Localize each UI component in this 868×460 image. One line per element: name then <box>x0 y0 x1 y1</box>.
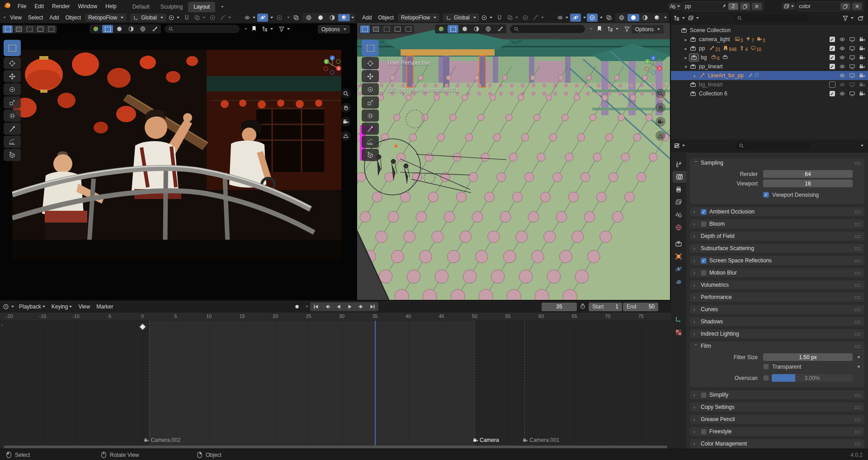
render-samples-field[interactable]: 64 <box>763 170 853 178</box>
viewport-samples-field[interactable]: 16 <box>763 180 853 187</box>
overlays-toggle[interactable] <box>274 14 285 22</box>
new-view-layer-button[interactable] <box>840 3 850 10</box>
shading-wireframe-icon[interactable] <box>616 14 627 21</box>
outliner-row[interactable]: ▸pp21848410✓ <box>671 44 868 53</box>
matcap-ball-icon[interactable] <box>436 25 447 33</box>
bookmark-icon[interactable] <box>251 25 257 33</box>
property-panel-header[interactable]: › Indirect Lighting <box>690 329 864 338</box>
transform-tool[interactable] <box>362 109 379 122</box>
disable-viewport-monitor-icon[interactable] <box>849 45 855 52</box>
collapse-chevron-icon[interactable] <box>590 28 593 30</box>
transform-orientation-dropdown[interactable]: Global <box>130 14 166 22</box>
timeline-menu-item[interactable]: View <box>75 304 93 310</box>
rf-brush-icon[interactable] <box>149 25 160 33</box>
tab-constraints[interactable] <box>671 276 686 288</box>
rotate-tool[interactable] <box>4 83 21 95</box>
tab-output[interactable] <box>671 184 686 195</box>
timeline-menu-item[interactable]: Keying <box>48 304 75 310</box>
perspective-toggle-icon[interactable] <box>341 131 351 141</box>
stopwatch-icon[interactable] <box>580 303 586 311</box>
hide-eye-icon[interactable] <box>839 72 845 79</box>
proportional-editing-toggle[interactable] <box>207 14 218 22</box>
disable-viewport-monitor-icon[interactable] <box>849 90 855 97</box>
panel-drag-dots-icon[interactable] <box>854 394 861 397</box>
jump-to-start-button[interactable] <box>311 303 321 311</box>
camera-view-icon[interactable] <box>656 117 665 127</box>
playhead[interactable]: 35 <box>375 321 376 446</box>
perspective-toggle-icon[interactable] <box>656 131 665 141</box>
tab-object-data[interactable] <box>671 313 686 325</box>
select-extend-mode-icon[interactable] <box>371 25 381 33</box>
rotate-tool[interactable] <box>362 83 379 95</box>
shading-rendered-icon[interactable] <box>338 14 350 21</box>
disable-render-camera-icon[interactable] <box>859 63 865 70</box>
navigation-gizmo[interactable]: Z X Y <box>643 55 663 75</box>
viewport-right-canvas[interactable]: User Perspective (35) bg | one side stre… <box>357 23 670 300</box>
transform-orientation-dropdown[interactable]: Global <box>443 14 479 22</box>
hierarchy-dropdown[interactable] <box>606 25 619 33</box>
scene-icon[interactable] <box>668 3 681 10</box>
active-tool-dropdown[interactable]: RetopoFlow <box>85 14 127 22</box>
panel-checkbox[interactable] <box>701 209 707 215</box>
panel-drag-dots-icon[interactable] <box>854 345 861 348</box>
move-tool[interactable] <box>4 70 21 82</box>
timeline-ruler[interactable]: -20-15-10-505101520253035404550556065707… <box>0 313 671 321</box>
panel-drag-dots-icon[interactable] <box>854 296 861 299</box>
pin-icon[interactable] <box>721 3 726 10</box>
cursor-tool[interactable] <box>362 57 379 69</box>
exclude-checkbox[interactable]: ✓ <box>829 63 835 70</box>
rf-sphere-icon[interactable] <box>114 25 125 33</box>
panel-checkbox[interactable] <box>701 221 707 227</box>
transparent-checkbox[interactable] <box>763 364 769 370</box>
timeline-menu-item[interactable]: Marker <box>93 304 116 310</box>
timeline-marker[interactable]: Camera.002 <box>144 437 180 443</box>
timeline-marker[interactable]: Camera <box>473 437 499 443</box>
tab-scene[interactable] <box>671 209 686 221</box>
panel-drag-dots-icon[interactable] <box>854 430 861 433</box>
proportional-falloff-dropdown[interactable] <box>532 14 545 22</box>
next-keyframe-button[interactable] <box>356 303 367 311</box>
cursor-tool[interactable] <box>4 57 21 69</box>
property-panel-header[interactable]: › Volumetrics <box>690 280 864 289</box>
new-collection-button[interactable] <box>855 14 866 22</box>
disable-render-camera-icon[interactable] <box>859 36 865 43</box>
outliner-row[interactable]: ▾pp_lineart✓ <box>671 62 868 71</box>
measure-tool[interactable] <box>362 136 379 148</box>
measure-tool[interactable] <box>4 136 21 148</box>
rf-brush-icon[interactable] <box>495 25 505 33</box>
animate-dot-icon[interactable] <box>858 365 860 368</box>
animate-dot-icon[interactable] <box>858 356 860 358</box>
tab-object[interactable] <box>671 251 686 262</box>
viewport-left-canvas[interactable]: Options Z X Y <box>0 23 357 300</box>
disable-render-camera-icon[interactable] <box>859 81 865 88</box>
new-scene-button[interactable] <box>740 3 750 10</box>
properties-editor-type-dropdown[interactable] <box>673 142 686 150</box>
tab-view-layer[interactable] <box>671 196 686 208</box>
scene-name-field[interactable]: pp 2 <box>683 1 764 11</box>
outliner-row[interactable]: ▸camera_light373✓ <box>671 35 868 44</box>
panel-checkbox[interactable] <box>701 258 707 264</box>
panel-drag-dots-icon[interactable] <box>854 308 861 311</box>
select-invert-mode-icon[interactable] <box>35 25 45 33</box>
pivot-point-dropdown[interactable] <box>167 14 180 22</box>
shading-solid-icon[interactable] <box>315 14 326 21</box>
view-layer-field[interactable]: color <box>797 1 864 11</box>
end-frame-field[interactable]: End50 <box>623 303 658 311</box>
rf-select-icon[interactable] <box>448 25 458 33</box>
annotate-tool[interactable] <box>4 123 21 135</box>
outliner-row[interactable]: Scene Collection✓ <box>671 26 868 35</box>
current-frame-field[interactable]: 35 <box>542 303 577 311</box>
disable-render-camera-icon[interactable] <box>859 90 865 97</box>
rf-globe-icon[interactable] <box>137 25 148 33</box>
outliner-filter-dropdown[interactable] <box>841 14 854 22</box>
topbar-menu-item[interactable]: Render <box>48 0 74 12</box>
camera-view-icon[interactable] <box>341 117 351 127</box>
shading-rendered-icon[interactable] <box>651 14 663 21</box>
property-panel-header[interactable]: › Ambient Occlusion <box>690 207 864 216</box>
move-tool[interactable] <box>362 70 379 82</box>
hide-eye-icon[interactable] <box>839 45 845 52</box>
property-panel-header[interactable]: › Screen Space Reflections <box>690 256 864 265</box>
viewport-menu-item[interactable]: Select <box>25 14 46 21</box>
rf-sphere-icon[interactable] <box>459 25 470 33</box>
select-invert-mode-icon[interactable] <box>392 25 402 33</box>
